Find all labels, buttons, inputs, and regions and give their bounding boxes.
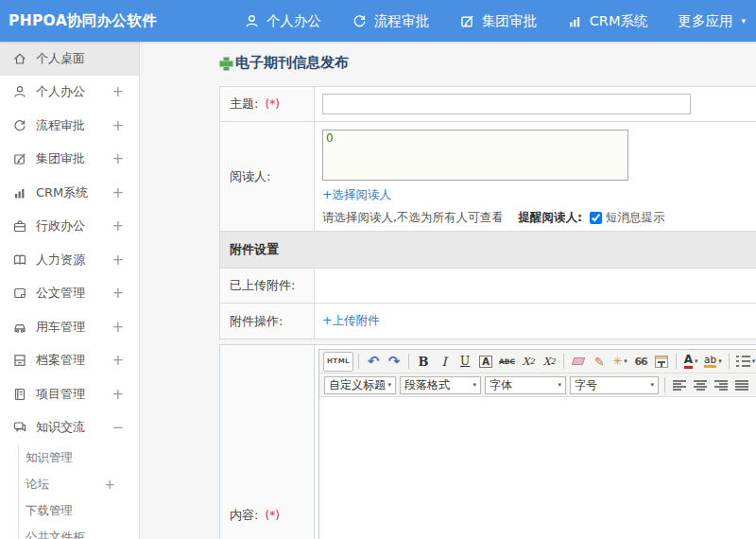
sidebar-item-personal-desktop[interactable]: 个人桌面: [0, 42, 139, 76]
sidebar-subitem-knowledge-management[interactable]: 知识管理: [19, 444, 139, 471]
nav-label: 流程审批: [374, 12, 429, 30]
caret-down-icon: ▾: [695, 357, 698, 365]
paragraph-format-select[interactable]: 段落格式▾: [400, 376, 481, 394]
edit-icon: [459, 13, 475, 29]
upload-attachment-link[interactable]: +上传附件: [322, 313, 379, 329]
redo-button[interactable]: ↷: [385, 352, 404, 372]
sms-remind-checkbox[interactable]: [590, 212, 602, 224]
font-size-select[interactable]: 字号▾: [570, 376, 659, 394]
expand-toggle[interactable]: +: [112, 117, 124, 134]
readers-textarea[interactable]: 0: [322, 130, 628, 181]
align-justify-button[interactable]: [732, 375, 751, 395]
readers-note: 请选择阅读人,不选为所有人可查看 提醒阅读人: 短消息提示: [322, 210, 756, 226]
nav-more-apps[interactable]: 更多应用 ▾: [662, 0, 756, 42]
expand-toggle[interactable]: +: [112, 184, 124, 201]
expand-toggle[interactable]: +: [112, 285, 124, 302]
underline-button[interactable]: U: [455, 352, 474, 372]
align-center-button[interactable]: [691, 375, 710, 395]
ops-label-cell: 附件操作:: [220, 304, 315, 339]
sidebar-item-personal-office[interactable]: 个人办公 +: [0, 76, 139, 110]
document-icon: [12, 286, 27, 301]
remind-readers-label: 提醒阅读人:: [518, 210, 582, 226]
expand-toggle[interactable]: +: [104, 477, 115, 492]
editor-toolbar-row-2: 自定义标题▾ 段落格式▾ 字体▾ 字号▾ ∞ ⊘: [319, 374, 756, 397]
align-justify-icon: [735, 380, 748, 391]
strikethrough-button[interactable]: ABC: [497, 352, 517, 372]
nav-personal-office[interactable]: 个人办公: [229, 0, 336, 42]
uploaded-attachments-cell: [315, 269, 756, 304]
sidebar-item-vehicle-management[interactable]: 用车管理 +: [0, 310, 139, 344]
sidebar-item-crm-system[interactable]: CRM系统 +: [0, 176, 139, 210]
ordered-list-button[interactable]: ▾: [734, 352, 756, 372]
notebook-icon: [12, 387, 27, 402]
sidebar-item-group-approval[interactable]: 集团审批 +: [0, 143, 139, 177]
subscript-button[interactable]: X2: [540, 352, 558, 372]
bold-button[interactable]: B: [414, 352, 433, 372]
sidebar-item-archive-management[interactable]: 档案管理 +: [0, 344, 139, 378]
sidebar-subitem-forum[interactable]: 论坛 +: [19, 471, 139, 497]
paste-text-icon: [655, 356, 668, 368]
nav-group-approval[interactable]: 集团审批: [444, 0, 552, 42]
caret-down-icon: ▾: [558, 381, 561, 389]
editor-toolbar-row-1: HTML ↶ ↷ B I U A ABC X2 X2: [319, 350, 756, 374]
top-nav-items: 个人办公 流程审批 集团审批 CRM系统 更多应用 ▾: [229, 0, 756, 42]
blockquote-button[interactable]: 66: [631, 352, 650, 372]
content-row: 内容: (*) HTML ↶ ↷ B I: [220, 345, 756, 539]
caret-down-icon: ▾: [718, 357, 722, 365]
nav-label: 个人办公: [266, 12, 321, 30]
border-text-button[interactable]: A: [479, 356, 492, 368]
align-right-button[interactable]: [712, 375, 730, 395]
nav-label: 更多应用: [678, 12, 732, 30]
expand-toggle[interactable]: +: [112, 83, 124, 100]
html-source-button[interactable]: HTML: [323, 352, 353, 372]
sidebar-item-administrative-office[interactable]: 行政办公 +: [0, 210, 139, 244]
auto-format-button[interactable]: ✳▾: [610, 352, 629, 372]
sidebar-item-workflow-approval[interactable]: 流程审批 +: [0, 109, 139, 143]
sidebar-item-project-management[interactable]: 项目管理 +: [0, 377, 139, 411]
editor-content-area[interactable]: [319, 397, 756, 539]
sidebar-item-document-management[interactable]: 公文管理 +: [0, 277, 139, 311]
person-icon: [12, 84, 27, 99]
expand-toggle[interactable]: +: [112, 217, 124, 235]
undo-button[interactable]: ↶: [364, 352, 383, 372]
chart-icon: [12, 185, 27, 200]
uploaded-attachments-row: 已上传附件:: [220, 269, 756, 304]
sidebar-subitem-download-management[interactable]: 下载管理: [19, 497, 139, 524]
sidebar-item-knowledge-exchange[interactable]: 知识交流 −: [0, 411, 139, 445]
italic-button[interactable]: I: [435, 352, 454, 372]
nav-crm-system[interactable]: CRM系统: [552, 0, 663, 42]
paste-as-text-button[interactable]: [652, 352, 671, 372]
align-left-button[interactable]: [670, 375, 689, 395]
home-icon: [12, 51, 27, 66]
edit-icon: [12, 151, 27, 166]
expand-toggle[interactable]: +: [112, 319, 124, 336]
highlight-color-button[interactable]: ab▾: [702, 352, 724, 372]
sidebar: 个人桌面 个人办公 + 流程审批 + 集团审批 + CRM系统 + 行政办公 +…: [0, 42, 140, 539]
subject-input[interactable]: [322, 94, 691, 114]
format-brush-button[interactable]: ✎: [590, 352, 609, 372]
content-label-cell: 内容: (*): [220, 345, 315, 539]
expand-toggle[interactable]: +: [112, 150, 124, 167]
superscript-button[interactable]: X2: [519, 352, 538, 372]
sidebar-subitem-public-file-cabinet[interactable]: 公共文件柜: [19, 524, 139, 539]
expand-toggle[interactable]: +: [112, 386, 124, 403]
font-family-select[interactable]: 字体▾: [485, 376, 566, 394]
ordered-list-icon: [736, 356, 750, 367]
chat-icon: [12, 420, 27, 435]
font-color-button[interactable]: A▾: [681, 352, 700, 372]
attachments-section-header: 附件设置: [220, 232, 756, 269]
sidebar-item-human-resources[interactable]: 人力资源 +: [0, 243, 139, 277]
custom-title-select[interactable]: 自定义标题▾: [324, 376, 396, 394]
caret-down-icon: ▾: [741, 16, 746, 26]
subject-row: 主题: (*): [220, 87, 756, 122]
chart-icon: [567, 13, 583, 29]
publish-form-table: 主题: (*) 阅读人: 0 +选择阅读人 请选择阅读人,不选为所有人可查看 提…: [219, 86, 756, 339]
select-readers-link[interactable]: +选择阅读人: [322, 187, 391, 203]
top-navigation-bar: PHPOA协同办公软件 个人办公 流程审批 集团审批 CRM系统 更多应用 ▾: [0, 0, 756, 42]
collapse-toggle[interactable]: −: [112, 419, 124, 436]
expand-toggle[interactable]: +: [112, 352, 124, 369]
nav-workflow-approval[interactable]: 流程审批: [336, 0, 444, 42]
eraser-button[interactable]: [569, 352, 588, 372]
page-title: 电子期刊信息发布: [219, 54, 756, 72]
expand-toggle[interactable]: +: [112, 252, 124, 269]
